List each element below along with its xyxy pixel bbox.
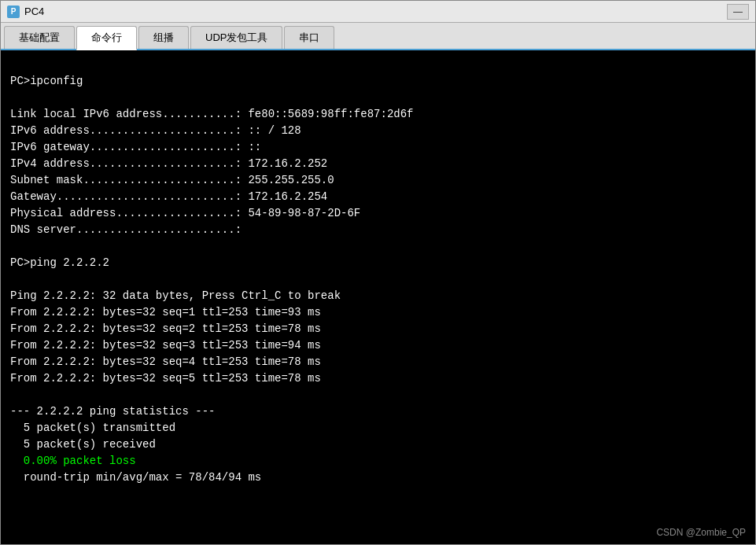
line-physical: Physical address..................: 54-8… [10, 207, 360, 219]
terminal-area[interactable]: PC>ipconfig Link local IPv6 address.....… [1, 50, 755, 544]
line-ipv4-addr: IPv4 address......................: 172.… [10, 157, 327, 170]
line-stats-header: --- 2.2.2.2 ping statistics --- [10, 405, 215, 418]
line-dns: DNS server........................: [10, 223, 242, 236]
title-bar: P PC4 — [1, 1, 755, 23]
line-transmitted: 5 packet(s) transmitted [10, 422, 175, 434]
line-blank-2 [10, 240, 17, 252]
watermark: CSDN @Zombie_QP [656, 527, 746, 538]
line-ping-1: From 2.2.2.2: bytes=32 seq=1 ttl=253 tim… [10, 306, 321, 319]
line-gateway: Gateway...........................: 172.… [10, 190, 327, 203]
line-ipv6-addr: IPv6 address......................: :: /… [10, 124, 301, 137]
tab-basic-config[interactable]: 基础配置 [4, 26, 75, 49]
tab-udp-tool[interactable]: UDP发包工具 [190, 26, 282, 49]
app-icon: P [7, 6, 20, 18]
line-ping-header: Ping 2.2.2.2: 32 data bytes, Press Ctrl_… [10, 289, 341, 302]
title-bar-left: P PC4 [7, 6, 44, 18]
title-controls: — [727, 4, 749, 20]
main-window: P PC4 — 基础配置 命令行 组播 UDP发包工具 串口 PC>ipconf… [0, 0, 756, 545]
line-packet-loss: 0.00% packet loss [10, 455, 136, 467]
tab-multicast[interactable]: 组播 [138, 26, 189, 49]
tab-serial[interactable]: 串口 [284, 26, 334, 49]
tab-command-line[interactable]: 命令行 [76, 26, 137, 50]
line-ping-4: From 2.2.2.2: bytes=32 seq=4 ttl=253 tim… [10, 355, 321, 368]
line-ping-3: From 2.2.2.2: bytes=32 seq=3 ttl=253 tim… [10, 339, 321, 352]
line-blank-3 [10, 273, 17, 285]
window-title: PC4 [24, 6, 44, 17]
line-1: PC>ipconfig [10, 75, 83, 87]
line-blank-1 [10, 91, 17, 104]
line-received: 5 packet(s) received [10, 438, 156, 451]
minimize-button[interactable]: — [727, 4, 749, 20]
line-ping-2: From 2.2.2.2: bytes=32 seq=2 ttl=253 tim… [10, 322, 321, 335]
line-ping-cmd: PC>ping 2.2.2.2 [10, 256, 109, 269]
tab-bar: 基础配置 命令行 组播 UDP发包工具 串口 [1, 23, 755, 50]
line-blank-4 [10, 388, 17, 401]
line-rtt: round-trip min/avg/max = 78/84/94 ms [10, 471, 261, 484]
line-ping-5: From 2.2.2.2: bytes=32 seq=5 ttl=253 tim… [10, 372, 321, 385]
terminal-output: PC>ipconfig Link local IPv6 address.....… [10, 57, 746, 503]
line-subnet: Subnet mask.......................: 255.… [10, 174, 334, 186]
line-ipv6-gw: IPv6 gateway......................: :: [10, 141, 261, 153]
line-ipv6-local: Link local IPv6 address...........: fe80… [10, 108, 413, 120]
